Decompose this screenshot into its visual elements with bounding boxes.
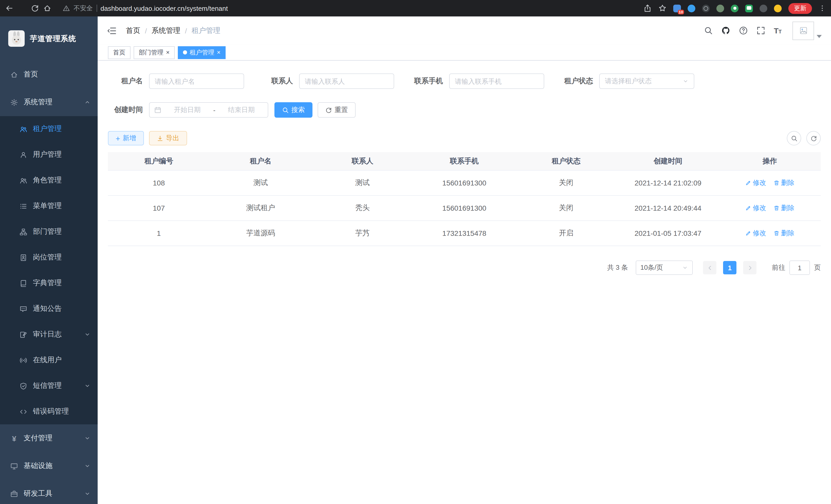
browser-window: 不安全 dashboard.yudao.iocoder.cn/system/te… [0,0,831,504]
table-toolbar: + 新增 导出 [108,131,821,145]
collapse-sidebar-icon[interactable] [107,26,117,35]
prev-page-button[interactable] [703,261,716,274]
chevron-down-icon [683,78,689,84]
reset-button[interactable]: 重置 [318,102,355,118]
sidebar-item-infra[interactable]: 基础设施 [0,452,98,480]
search-icon[interactable] [704,26,713,35]
tenant-name-input[interactable] [149,73,244,89]
sidebar-item-system[interactable]: 系统管理 [0,88,98,116]
extension-icon-3[interactable] [702,4,710,12]
font-size-icon[interactable]: TT [774,27,782,34]
extension-icon-8[interactable] [774,4,782,12]
browser-menu-icon[interactable] [819,4,826,12]
sidebar-item-home[interactable]: 首页 [0,61,98,88]
sidebar-item-label: 字典管理 [33,278,62,288]
sidebar-item-label: 支付管理 [24,434,52,443]
github-icon[interactable] [721,26,730,35]
goto-page-input[interactable] [790,261,810,275]
phone-input[interactable] [449,73,544,89]
sidebar-item-label: 角色管理 [33,176,62,185]
chevron-down-icon [84,463,90,469]
delete-link[interactable]: 删除 [773,203,795,213]
tenant-table: 租户编号 租户名 联系人 联系手机 租户状态 创建时间 操作 108 测试 测试… [108,152,821,246]
sidebar-item-notice[interactable]: 通知公告 [0,296,98,322]
toggle-search-button[interactable] [787,131,801,145]
close-icon[interactable]: × [166,49,170,56]
tab-home[interactable]: 首页 [108,46,131,59]
cell-id: 107 [108,196,210,220]
sidebar-item-user[interactable]: 用户管理 [0,142,98,168]
sidebar-item-dev-tools[interactable]: 研发工具 [0,480,98,504]
fullscreen-icon[interactable] [756,26,765,35]
date-range-picker[interactable]: 开始日期 - 结束日期 [149,102,268,118]
extension-icon-1[interactable]: 10 [673,4,681,12]
cell-phone: 15601691300 [413,196,515,220]
active-tab-dot [183,50,187,55]
delete-link[interactable]: 删除 [773,229,795,238]
select-placeholder: 请选择租户状态 [605,77,652,86]
sidebar-item-tenant[interactable]: 租户管理 [0,116,98,142]
cell-created: 2021-12-14 21:02:09 [617,171,719,195]
sidebar-item-audit-log[interactable]: 审计日志 [0,322,98,347]
sidebar-item-role[interactable]: 角色管理 [0,168,98,193]
breadcrumb-item[interactable]: 首页 [126,26,140,35]
back-icon[interactable] [5,4,13,12]
reload-icon[interactable] [31,4,39,12]
filter-tenant-name: 租户名 [108,73,244,89]
bookmark-star-icon[interactable] [658,4,666,12]
delete-link[interactable]: 删除 [773,178,795,187]
share-icon[interactable] [643,4,652,12]
tab-dept[interactable]: 部门管理 × [134,46,175,59]
sidebar-item-dict[interactable]: 字典管理 [0,270,98,296]
users-icon [20,125,27,133]
add-button[interactable]: + 新增 [108,131,144,145]
id-badge-icon [20,254,27,261]
cell-id: 108 [108,171,210,195]
page-number-current[interactable]: 1 [723,261,737,274]
total-count: 共 3 条 [607,263,628,272]
sidebar-item-label: 错误码管理 [33,407,69,416]
sidebar-item-label: 用户管理 [33,150,62,159]
next-page-button[interactable] [743,261,756,274]
edit-link[interactable]: 修改 [745,203,766,213]
extension-icon-4[interactable] [716,4,724,12]
extension-icon-6[interactable] [745,4,753,12]
sidebar-item-post[interactable]: 岗位管理 [0,244,98,270]
help-icon[interactable] [739,26,747,35]
column-header-contact: 联系人 [312,152,413,170]
contact-input[interactable] [299,73,394,89]
page-size-select[interactable]: 10条/页 [636,261,693,275]
omnibox-divider [96,5,97,12]
cell-created: 2021-01-05 17:03:47 [617,221,719,245]
status-select[interactable]: 请选择租户状态 [599,73,694,89]
edit-link[interactable]: 修改 [745,229,766,238]
sidebar-item-label: 岗位管理 [33,253,62,262]
calendar-icon [154,106,161,114]
search-button[interactable]: 搜索 [275,102,312,118]
export-button-label: 导出 [166,134,179,143]
browser-home-icon[interactable] [43,4,51,12]
export-button[interactable]: 导出 [149,131,187,145]
sidebar-item-error-code[interactable]: 错误码管理 [0,399,98,424]
extension-icon-2[interactable] [688,4,695,12]
user-avatar-menu[interactable] [793,21,822,40]
sidebar-item-payment[interactable]: ¥ 支付管理 [0,424,98,452]
field-label: 联系人 [258,77,293,86]
refresh-table-button[interactable] [806,131,821,145]
sidebar-item-menu[interactable]: 菜单管理 [0,193,98,219]
puzzle-extension-icon[interactable] [760,4,767,12]
sidebar-item-sms[interactable]: 短信管理 [0,373,98,399]
sidebar-item-dept[interactable]: 部门管理 [0,219,98,244]
breadcrumb-item[interactable]: 系统管理 [152,26,180,35]
sidebar-item-online-users[interactable]: 在线用户 [0,347,98,373]
extension-icon-5[interactable] [731,4,739,12]
refresh-icon [325,107,332,113]
sidebar-item-label: 短信管理 [33,381,62,390]
tab-tenant[interactable]: 租户管理 × [178,46,226,59]
chrome-update-button[interactable]: 更新 [789,3,812,13]
edit-link[interactable]: 修改 [745,178,766,187]
column-header-name: 租户名 [210,152,311,170]
close-icon[interactable]: × [217,49,221,56]
cell-id: 1 [108,221,210,245]
address-bar[interactable]: 不安全 dashboard.yudao.iocoder.cn/system/te… [63,4,639,12]
